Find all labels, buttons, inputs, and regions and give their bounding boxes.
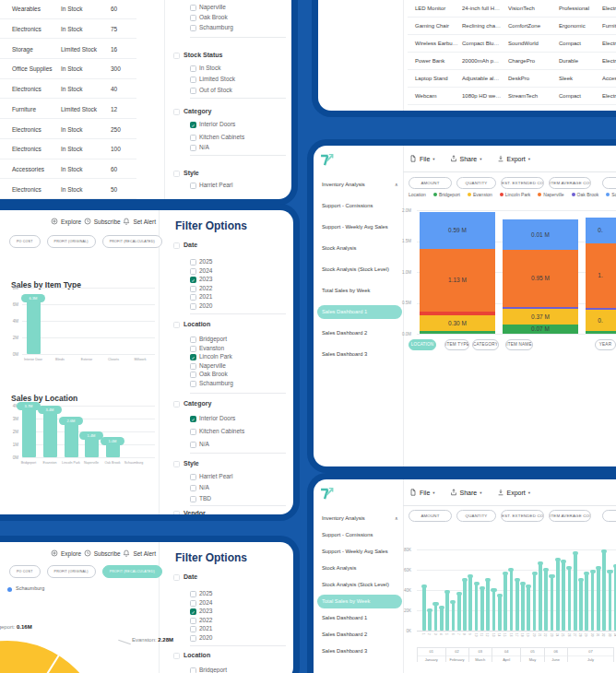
toolbar-set-alert[interactable]: Set Alert	[123, 218, 156, 225]
section-checkbox[interactable]	[173, 461, 180, 467]
filter-checkbox[interactable]	[190, 667, 196, 673]
dimension-pill-location[interactable]: LOCATION	[409, 339, 436, 350]
sidebar-item-support-weekly-avg-sales[interactable]: Support - Weekly Avg Sales	[317, 545, 402, 559]
table-row[interactable]: Webcam1080p HD we…StreamTechCompactElect…	[408, 88, 616, 105]
section-checkbox[interactable]	[173, 511, 180, 514]
toolbar-explore[interactable]: Explore	[51, 549, 81, 557]
filter-checkbox[interactable]	[190, 303, 196, 310]
table-row[interactable]: FurnitureLimited Stock12	[0, 100, 136, 120]
table-row[interactable]: ElectronicsIn Stock75	[0, 19, 136, 40]
toolbar-subscribe[interactable]: Subscribe	[84, 549, 121, 557]
section-checkbox[interactable]	[173, 401, 180, 407]
table-row[interactable]: LED Monitor24-inch full H…VisionTechProf…	[408, 0, 616, 18]
filter-checkbox[interactable]	[190, 286, 196, 292]
sidebar-item-stock-analysis-stock-level[interactable]: Stock Analysis (Stock Level)	[317, 263, 402, 277]
table-row[interactable]: ElectronicsIn Stock100	[0, 139, 136, 159]
filter-checkbox[interactable]	[190, 363, 196, 370]
section-checkbox[interactable]	[173, 242, 180, 249]
filter-checkbox[interactable]	[190, 15, 196, 21]
filter-checkbox[interactable]	[190, 145, 196, 151]
filter-checkbox[interactable]	[190, 429, 196, 435]
filter-checkbox[interactable]	[190, 336, 196, 343]
toolbar-subscribe[interactable]: Subscribe	[84, 218, 121, 225]
toolbar-explore[interactable]: Explore	[51, 218, 81, 225]
measure-tab-est-extended-cost[interactable]: EST. EXTENDED COST	[501, 177, 544, 189]
filter-checkbox[interactable]: ✓	[190, 416, 196, 422]
filter-checkbox[interactable]	[190, 346, 196, 352]
dimension-pill-year[interactable]: YEAR	[595, 339, 616, 350]
filter-checkbox[interactable]	[190, 626, 196, 632]
sidebar-item-stock-analysis-stock-level[interactable]: Stock Analysis (Stock Level)	[317, 578, 402, 592]
menu-share[interactable]: Share▾	[450, 155, 482, 162]
sidebar-item-inventory-analysis[interactable]: Inventory Analysis	[317, 512, 402, 525]
dimension-pill-item-name[interactable]: ITEM NAME	[505, 339, 533, 350]
filter-checkbox[interactable]	[190, 442, 196, 448]
sidebar-item-stock-analysis[interactable]: Stock Analysis	[317, 242, 402, 255]
filter-checkbox[interactable]: ✓	[190, 354, 196, 360]
section-checkbox[interactable]	[173, 574, 180, 581]
tab-profit-original[interactable]: PROFIT (ORIGINAL)	[47, 565, 96, 578]
sidebar-item-inventory-analysis[interactable]: Inventory Analysis	[317, 178, 402, 192]
filter-checkbox[interactable]	[190, 88, 196, 94]
filter-checkbox[interactable]	[190, 259, 196, 266]
section-checkbox[interactable]	[173, 53, 180, 59]
measure-tab-est-extended-cost[interactable]: EST. EXTENDED COST	[501, 510, 544, 522]
section-checkbox[interactable]	[173, 109, 180, 115]
sidebar-item-support-comissions[interactable]: Support - Comissions	[317, 528, 402, 542]
measure-tab-item-average-cost[interactable]: ITEM AVERAGE COST	[549, 510, 591, 522]
filter-checkbox[interactable]	[190, 5, 196, 11]
section-checkbox[interactable]	[173, 171, 180, 177]
tab-profit-recalculated[interactable]: PROFIT (RECALCULATED)	[102, 235, 162, 248]
sidebar-item-sales-dashboard-2[interactable]: Sales Dashboard 2	[317, 628, 402, 642]
table-row[interactable]: Laptop StandAdjustable al…DeskProSleekAc…	[408, 70, 616, 88]
dimension-pill-category[interactable]: CATEGORY	[472, 339, 499, 350]
filter-checkbox[interactable]	[190, 372, 196, 378]
measure-tab-quantity[interactable]: QUANTITY	[456, 177, 496, 189]
sidebar-item-support-comissions[interactable]: Support - Comissions	[317, 199, 402, 213]
sidebar-item-sales-dashboard-1[interactable]: Sales Dashboard 1	[317, 305, 402, 319]
filter-checkbox[interactable]	[190, 635, 196, 642]
sidebar-item-stock-analysis[interactable]: Stock Analysis	[317, 561, 402, 575]
filter-checkbox[interactable]: ✓	[190, 277, 196, 283]
table-row[interactable]: ElectronicsIn Stock250	[0, 119, 136, 139]
table-row[interactable]: Wireless Earbu…Compact Blu…SoundWorldCom…	[408, 35, 616, 53]
menu-export[interactable]: Export▾	[497, 489, 531, 496]
filter-checkbox[interactable]	[190, 25, 196, 31]
sidebar-item-sales-dashboard-3[interactable]: Sales Dashboard 3	[317, 348, 402, 361]
dimension-pill-item-type[interactable]: ITEM TYPE	[444, 339, 469, 350]
table-row[interactable]: ElectronicsIn Stock50	[0, 179, 136, 199]
section-checkbox[interactable]	[173, 653, 180, 659]
tab-po-cost[interactable]: PO COST	[9, 565, 41, 578]
table-row[interactable]: StorageLimited Stock16	[0, 39, 136, 59]
measure-tab-po[interactable]: PO	[602, 510, 616, 522]
filter-checkbox[interactable]	[190, 496, 196, 502]
sidebar-item-total-sales-by-week[interactable]: Total Sales by Week	[317, 284, 402, 298]
tab-profit-recalculated[interactable]: PROFIT (RECALCULATED)	[102, 565, 162, 578]
filter-checkbox[interactable]	[190, 183, 196, 189]
table-row[interactable]: Office SuppliesIn Stock300	[0, 59, 136, 79]
menu-file[interactable]: File▾	[409, 155, 435, 162]
menu-export[interactable]: Export▾	[497, 155, 531, 162]
filter-checkbox[interactable]	[190, 135, 196, 141]
table-row[interactable]: WearablesIn Stock60	[0, 0, 136, 19]
measure-tab-item-average-cost[interactable]: ITEM AVERAGE COST	[549, 177, 591, 189]
tab-po-cost[interactable]: PO COST	[9, 235, 41, 248]
menu-file[interactable]: File▾	[409, 489, 435, 496]
filter-checkbox[interactable]	[190, 618, 196, 624]
menu-share[interactable]: Share▾	[450, 489, 482, 496]
table-row[interactable]: Gaming ChairReclining cha…ComfortZoneErg…	[408, 18, 616, 35]
sidebar-item-sales-dashboard-1[interactable]: Sales Dashboard 1	[317, 611, 402, 625]
tab-profit-original[interactable]: PROFIT (ORIGINAL)	[47, 235, 96, 248]
toolbar-set-alert[interactable]: Set Alert	[123, 549, 156, 557]
filter-checkbox[interactable]	[190, 474, 196, 480]
filter-checkbox[interactable]	[190, 485, 196, 491]
filter-checkbox[interactable]	[190, 294, 196, 301]
sidebar-item-support-weekly-avg-sales[interactable]: Support - Weekly Avg Sales	[317, 220, 402, 234]
filter-checkbox[interactable]: ✓	[190, 122, 196, 128]
filter-checkbox[interactable]	[190, 77, 196, 83]
table-row[interactable]: AccessoriesIn Stock60	[0, 159, 136, 180]
filter-checkbox[interactable]	[190, 591, 196, 597]
measure-tab-amount[interactable]: AMOUNT	[409, 510, 452, 522]
filter-checkbox[interactable]	[190, 65, 196, 72]
filter-checkbox[interactable]	[190, 381, 196, 387]
